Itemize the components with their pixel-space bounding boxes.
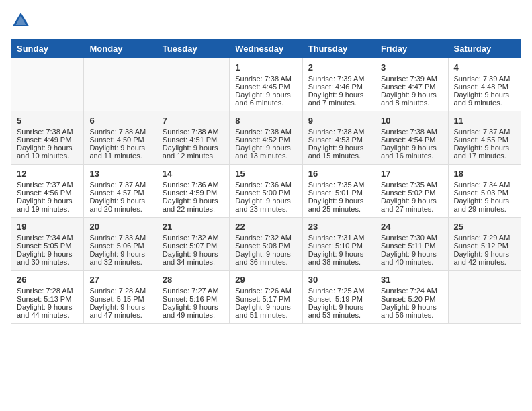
calendar-cell: 3Sunrise: 7:39 AMSunset: 4:47 PMDaylight… [375,58,448,111]
sunrise-text: Sunrise: 7:37 AM [89,181,150,189]
daylight-text: Daylight: 9 hours and 30 minutes. [17,250,78,266]
sunrise-text: Sunrise: 7:34 AM [17,234,78,242]
day-number: 4 [454,62,515,73]
daylight-text: Daylight: 9 hours and 36 minutes. [235,250,296,266]
sunrise-text: Sunrise: 7:34 AM [454,181,515,189]
daylight-text: Daylight: 9 hours and 13 minutes. [235,144,296,160]
sunrise-text: Sunrise: 7:24 AM [381,287,442,295]
sunrise-text: Sunrise: 7:28 AM [17,287,78,295]
sunrise-text: Sunrise: 7:30 AM [381,234,442,242]
calendar-day-header: Saturday [448,40,521,58]
sunset-text: Sunset: 4:59 PM [163,189,224,197]
calendar-cell [11,58,84,111]
sunset-text: Sunset: 4:51 PM [163,136,224,144]
calendar-cell: 21Sunrise: 7:32 AMSunset: 5:07 PMDayligh… [157,218,229,271]
sunset-text: Sunset: 4:54 PM [381,136,442,144]
calendar-cell [157,58,229,111]
day-number: 9 [308,116,369,126]
daylight-text: Daylight: 9 hours and 6 minutes. [235,91,296,107]
sunset-text: Sunset: 4:50 PM [89,136,150,144]
sunrise-text: Sunrise: 7:28 AM [89,287,150,295]
daylight-text: Daylight: 9 hours and 44 minutes. [17,303,78,319]
sunrise-text: Sunrise: 7:27 AM [163,287,224,295]
sunrise-text: Sunrise: 7:29 AM [454,234,515,242]
calendar-day-header: Friday [375,40,448,58]
day-number: 17 [381,169,442,179]
sunrise-text: Sunrise: 7:36 AM [235,181,296,189]
sunrise-text: Sunrise: 7:39 AM [454,75,515,83]
day-number: 23 [308,222,369,232]
daylight-text: Daylight: 9 hours and 53 minutes. [308,303,369,319]
sunrise-text: Sunrise: 7:38 AM [235,75,296,83]
sunset-text: Sunset: 5:10 PM [308,242,369,250]
daylight-text: Daylight: 9 hours and 47 minutes. [89,303,150,319]
sunset-text: Sunset: 4:47 PM [381,83,442,91]
calendar-cell: 8Sunrise: 7:38 AMSunset: 4:52 PMDaylight… [230,111,302,165]
sunset-text: Sunset: 4:55 PM [454,136,515,144]
sunrise-text: Sunrise: 7:25 AM [308,287,369,295]
page-header [11,11,521,31]
daylight-text: Daylight: 9 hours and 51 minutes. [235,303,296,319]
day-number: 20 [89,222,150,232]
calendar-cell: 6Sunrise: 7:38 AMSunset: 4:50 PMDaylight… [84,111,157,165]
sunrise-text: Sunrise: 7:35 AM [381,181,442,189]
sunset-text: Sunset: 5:20 PM [381,295,442,303]
calendar-cell: 27Sunrise: 7:28 AMSunset: 5:15 PMDayligh… [84,271,157,324]
sunset-text: Sunset: 4:46 PM [308,83,369,91]
daylight-text: Daylight: 9 hours and 12 minutes. [163,144,224,160]
day-number: 27 [89,275,150,285]
sunset-text: Sunset: 5:05 PM [17,242,78,250]
logo-icon [11,11,31,31]
calendar-cell [448,271,521,324]
daylight-text: Daylight: 9 hours and 38 minutes. [308,250,369,266]
calendar-day-header: Sunday [11,40,84,58]
daylight-text: Daylight: 9 hours and 7 minutes. [308,91,369,107]
sunset-text: Sunset: 5:11 PM [381,242,442,250]
day-number: 11 [454,116,515,126]
day-number: 5 [17,116,78,126]
sunset-text: Sunset: 4:45 PM [235,83,296,91]
calendar-week-row: 12Sunrise: 7:37 AMSunset: 4:56 PMDayligh… [11,165,521,218]
sunrise-text: Sunrise: 7:31 AM [308,234,369,242]
daylight-text: Daylight: 9 hours and 17 minutes. [454,144,515,160]
sunrise-text: Sunrise: 7:39 AM [308,75,369,83]
calendar-cell: 25Sunrise: 7:29 AMSunset: 5:12 PMDayligh… [448,218,521,271]
sunrise-text: Sunrise: 7:38 AM [17,128,78,136]
daylight-text: Daylight: 9 hours and 40 minutes. [381,250,442,266]
day-number: 30 [308,275,369,285]
daylight-text: Daylight: 9 hours and 49 minutes. [163,303,224,319]
day-number: 31 [381,275,442,285]
sunset-text: Sunset: 4:57 PM [89,189,150,197]
sunrise-text: Sunrise: 7:26 AM [235,287,296,295]
calendar-cell: 17Sunrise: 7:35 AMSunset: 5:02 PMDayligh… [375,165,448,218]
day-number: 8 [235,116,296,126]
sunset-text: Sunset: 4:52 PM [235,136,296,144]
daylight-text: Daylight: 9 hours and 25 minutes. [308,197,369,213]
sunrise-text: Sunrise: 7:38 AM [308,128,369,136]
calendar-cell: 23Sunrise: 7:31 AMSunset: 5:10 PMDayligh… [302,218,375,271]
daylight-text: Daylight: 9 hours and 27 minutes. [381,197,442,213]
daylight-text: Daylight: 9 hours and 8 minutes. [381,91,442,107]
calendar-cell: 29Sunrise: 7:26 AMSunset: 5:17 PMDayligh… [230,271,302,324]
day-number: 16 [308,169,369,179]
calendar-cell: 31Sunrise: 7:24 AMSunset: 5:20 PMDayligh… [375,271,448,324]
sunrise-text: Sunrise: 7:37 AM [17,181,78,189]
sunset-text: Sunset: 4:49 PM [17,136,78,144]
daylight-text: Daylight: 9 hours and 10 minutes. [17,144,78,160]
calendar-cell: 26Sunrise: 7:28 AMSunset: 5:13 PMDayligh… [11,271,84,324]
sunset-text: Sunset: 5:15 PM [89,295,150,303]
logo [11,11,34,31]
sunrise-text: Sunrise: 7:39 AM [381,75,442,83]
sunset-text: Sunset: 4:53 PM [308,136,369,144]
day-number: 7 [163,116,224,126]
calendar-cell: 16Sunrise: 7:35 AMSunset: 5:01 PMDayligh… [302,165,375,218]
daylight-text: Daylight: 9 hours and 32 minutes. [89,250,150,266]
day-number: 24 [381,222,442,232]
calendar-cell: 13Sunrise: 7:37 AMSunset: 4:57 PMDayligh… [84,165,157,218]
day-number: 13 [89,169,150,179]
calendar-cell: 24Sunrise: 7:30 AMSunset: 5:11 PMDayligh… [375,218,448,271]
sunset-text: Sunset: 5:01 PM [308,189,369,197]
calendar-cell: 14Sunrise: 7:36 AMSunset: 4:59 PMDayligh… [157,165,229,218]
day-number: 21 [163,222,224,232]
daylight-text: Daylight: 9 hours and 34 minutes. [163,250,224,266]
